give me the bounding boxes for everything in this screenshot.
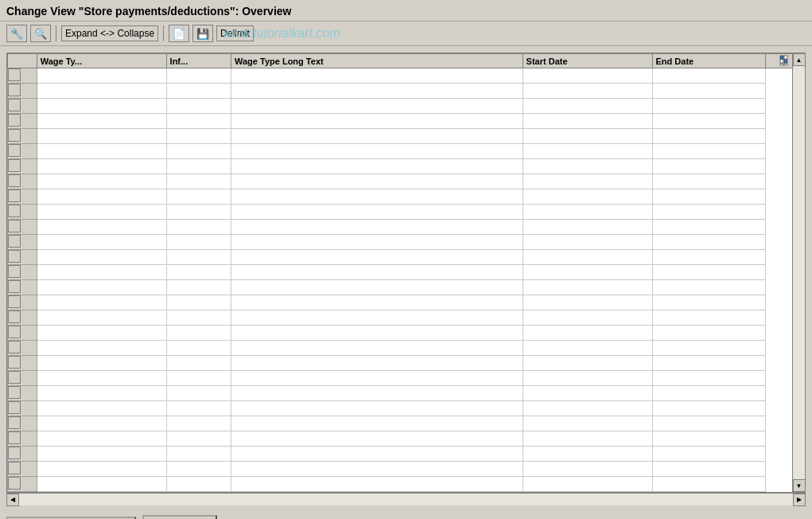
row-selector[interactable] [8, 462, 21, 474]
table-row[interactable] [8, 401, 805, 416]
row-selector[interactable] [8, 189, 21, 202]
delimit-button[interactable]: Delimit [216, 25, 254, 41]
row-selector-cell[interactable] [8, 356, 37, 371]
row-selector[interactable] [8, 371, 21, 384]
row-selector-cell[interactable] [8, 220, 37, 235]
row-selector[interactable] [8, 68, 21, 81]
row-selector-cell[interactable] [8, 68, 37, 84]
vertical-scrollbar[interactable]: ▲ ▼ [792, 53, 805, 492]
customer-wage-types-button[interactable]: customer wage types only [6, 517, 136, 520]
row-selector-cell[interactable] [8, 477, 37, 492]
row-selector[interactable] [8, 431, 21, 444]
row-selector-cell[interactable] [8, 401, 37, 416]
search-button[interactable]: 🔍 [30, 25, 51, 42]
table-row[interactable] [8, 205, 805, 220]
row-selector-cell[interactable] [8, 310, 37, 326]
row-selector-cell[interactable] [8, 159, 37, 174]
table-row[interactable] [8, 326, 805, 341]
row-selector-cell[interactable] [8, 84, 37, 99]
row-selector[interactable] [8, 159, 21, 172]
row-selector-cell[interactable] [8, 371, 37, 386]
row-selector-cell[interactable] [8, 129, 37, 144]
table-row[interactable] [8, 280, 805, 295]
row-selector[interactable] [8, 174, 21, 187]
row-selector[interactable] [8, 84, 21, 96]
row-selector-cell[interactable] [8, 295, 37, 310]
scroll-track-h[interactable] [19, 494, 793, 505]
row-selector[interactable] [8, 129, 21, 142]
row-selector[interactable] [8, 280, 21, 293]
table-row[interactable] [8, 235, 805, 250]
table-row[interactable] [8, 220, 805, 235]
row-selector[interactable] [8, 114, 21, 127]
row-selector-cell[interactable] [8, 265, 37, 280]
table-row[interactable] [8, 431, 805, 447]
table-row[interactable] [8, 99, 805, 114]
row-selector[interactable] [8, 310, 21, 323]
row-selector[interactable] [8, 356, 21, 369]
row-selector[interactable] [8, 220, 21, 232]
row-selector-cell[interactable] [8, 431, 37, 447]
row-selector[interactable] [8, 99, 21, 111]
table-row[interactable] [8, 416, 805, 431]
scroll-down-button[interactable]: ▼ [793, 479, 806, 492]
table-row[interactable] [8, 477, 805, 492]
row-selector-cell[interactable] [8, 462, 37, 477]
table-row[interactable] [8, 295, 805, 310]
table-row[interactable] [8, 159, 805, 174]
row-selector[interactable] [8, 205, 21, 217]
row-selector[interactable] [8, 416, 21, 429]
table-row[interactable] [8, 84, 805, 99]
row-selector[interactable] [8, 250, 21, 263]
table-row[interactable] [8, 144, 805, 159]
row-selector-cell[interactable] [8, 341, 37, 356]
table-row[interactable] [8, 250, 805, 265]
table-row[interactable] [8, 371, 805, 386]
row-selector-cell[interactable] [8, 416, 37, 431]
row-selector-cell[interactable] [8, 99, 37, 114]
row-selector-cell[interactable] [8, 114, 37, 129]
row-selector[interactable] [8, 341, 21, 353]
row-selector-cell[interactable] [8, 447, 37, 462]
row-selector[interactable] [8, 401, 21, 414]
row-selector[interactable] [8, 235, 21, 248]
horizontal-scrollbar[interactable]: ◀ ▶ [6, 493, 806, 505]
column-settings-icon[interactable] [777, 54, 793, 67]
table-row[interactable] [8, 341, 805, 356]
table-row[interactable] [8, 462, 805, 477]
row-selector[interactable] [8, 326, 21, 338]
row-selector-cell[interactable] [8, 174, 37, 189]
table-row[interactable] [8, 68, 805, 84]
table-row[interactable] [8, 310, 805, 326]
row-selector[interactable] [8, 386, 21, 399]
table-row[interactable] [8, 189, 805, 205]
table-row[interactable] [8, 129, 805, 144]
row-selector[interactable] [8, 295, 21, 308]
row-selector-cell[interactable] [8, 144, 37, 159]
copy-button[interactable]: 📄 [169, 25, 189, 42]
table-row[interactable] [8, 114, 805, 129]
row-selector-cell[interactable] [8, 326, 37, 341]
save-button[interactable]: 💾 [192, 25, 213, 42]
table-row[interactable] [8, 174, 805, 189]
row-selector[interactable] [8, 265, 21, 278]
row-selector-cell[interactable] [8, 250, 37, 265]
table-row[interactable] [8, 265, 805, 280]
position-button[interactable]: Position... [142, 515, 218, 519]
table-row[interactable] [8, 356, 805, 371]
row-selector[interactable] [8, 447, 21, 459]
row-selector-cell[interactable] [8, 205, 37, 220]
row-selector-cell[interactable] [8, 280, 37, 295]
row-selector[interactable] [8, 144, 21, 157]
row-selector-cell[interactable] [8, 235, 37, 250]
tools-button[interactable]: 🔧 [6, 25, 27, 42]
scroll-up-button[interactable]: ▲ [793, 53, 806, 66]
expand-collapse-button[interactable]: Expand <-> Collapse [61, 25, 158, 41]
scroll-track-v[interactable] [793, 66, 805, 479]
scroll-left-button[interactable]: ◀ [6, 494, 19, 506]
scroll-right-button[interactable]: ▶ [793, 494, 806, 506]
row-selector-cell[interactable] [8, 386, 37, 401]
row-selector-cell[interactable] [8, 189, 37, 205]
row-selector[interactable] [8, 477, 21, 490]
table-row[interactable] [8, 386, 805, 401]
